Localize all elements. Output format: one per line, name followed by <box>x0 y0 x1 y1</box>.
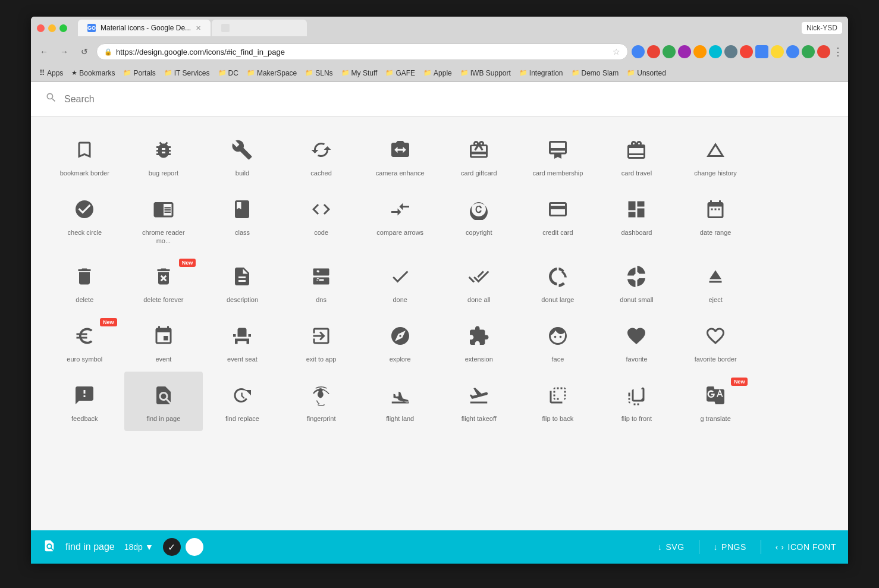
icon-item-find-in-page[interactable]: find in page <box>124 372 203 431</box>
icon-item-feedback[interactable]: feedback <box>45 372 124 431</box>
icon-label-card-travel: card travel <box>621 169 652 177</box>
icon-item-credit-card[interactable]: credit card <box>519 185 598 253</box>
icon-item-extension[interactable]: extension <box>440 312 519 372</box>
icon-item-flight-takeoff[interactable]: flight takeoff <box>440 372 519 431</box>
icon-item-compare-arrows[interactable]: compare arrows <box>360 185 440 253</box>
search-input[interactable] <box>64 94 834 105</box>
icon-item-done-all[interactable]: done all <box>440 253 519 312</box>
new-tab[interactable] <box>212 20 307 36</box>
minimize-button[interactable] <box>48 24 56 32</box>
icon-item-check-circle[interactable]: check circle <box>45 185 124 253</box>
icon-item-done[interactable]: done <box>360 253 440 312</box>
download-icon-font-button[interactable]: ‹ › ICON FONT <box>776 542 836 552</box>
icon-item-dns[interactable]: dns <box>282 253 361 312</box>
size-selector[interactable]: 18dp ▼ <box>124 542 153 552</box>
icon-item-spacer1[interactable] <box>755 126 834 185</box>
icon-svg-flight-takeoff <box>464 381 493 410</box>
bookmarks-portals[interactable]: 📁 Portals <box>120 68 159 78</box>
bookmarks-it-services[interactable]: 📁 IT Services <box>161 68 214 78</box>
bookmarks-integration[interactable]: 📁 Integration <box>516 68 567 78</box>
icon-item-euro-symbol[interactable]: Neweuro symbol <box>45 312 124 372</box>
icon-item-favorite-border[interactable]: favorite border <box>676 312 755 372</box>
icon-item-build[interactable]: build <box>203 126 282 185</box>
address-bar[interactable]: 🔒 https://design.google.com/icons/#ic_fi… <box>96 43 628 60</box>
extension-icon-12[interactable] <box>802 45 815 58</box>
maximize-button[interactable] <box>59 24 67 32</box>
bookmarks-demo-slam[interactable]: 📁 Demo Slam <box>568 68 623 78</box>
bookmarks-iwb-support[interactable]: 📁 IWB Support <box>457 68 514 78</box>
icon-item-dashboard[interactable]: dashboard <box>597 185 676 253</box>
icon-item-code[interactable]: code <box>282 185 361 253</box>
extension-icon-4[interactable] <box>678 45 691 58</box>
extension-icon-3[interactable] <box>663 45 676 58</box>
bookmark-star-icon[interactable]: ☆ <box>613 47 620 56</box>
icon-item-chrome-reader-mode[interactable]: chrome reader mo... <box>124 185 203 253</box>
icon-item-camera-enhance[interactable]: camera enhance <box>360 126 440 185</box>
icon-item-date-range[interactable]: date range <box>676 185 755 253</box>
icon-item-spacer4[interactable] <box>755 312 834 372</box>
icon-item-exit-to-app[interactable]: exit to app <box>282 312 361 372</box>
extension-icon-10[interactable] <box>771 45 784 58</box>
back-nav-button[interactable]: ← <box>36 43 52 60</box>
extension-icon-1[interactable] <box>632 45 645 58</box>
icon-item-g-translate[interactable]: Newg translate <box>676 372 755 431</box>
extension-icon-8[interactable] <box>740 45 753 58</box>
icon-item-favorite[interactable]: favorite <box>597 312 676 372</box>
dark-theme-check[interactable]: ✓ <box>163 538 181 556</box>
icon-item-bookmark-border[interactable]: bookmark border <box>45 126 124 185</box>
icon-item-flip-to-front[interactable]: flip to front <box>597 372 676 431</box>
icon-item-card-membership[interactable]: card membership <box>519 126 598 185</box>
bookmarks-my-stuff[interactable]: 📁 My Stuff <box>338 68 381 78</box>
icon-item-donut-small[interactable]: donut small <box>597 253 676 312</box>
icon-item-flight-land[interactable]: flight land <box>360 372 440 431</box>
download-svg-button[interactable]: ↓ SVG <box>658 542 685 552</box>
extension-icon-2[interactable] <box>647 45 660 58</box>
icon-item-face[interactable]: face <box>519 312 598 372</box>
icon-item-explore[interactable]: explore <box>360 312 440 372</box>
icon-item-description[interactable]: description <box>203 253 282 312</box>
bookmarks-apple[interactable]: 📁 Apple <box>420 68 456 78</box>
download-pngs-button[interactable]: ↓ PNGS <box>714 542 746 552</box>
extension-icon-5[interactable] <box>693 45 707 58</box>
icon-item-eject[interactable]: eject <box>676 253 755 312</box>
icon-item-change-history[interactable]: change history <box>676 126 755 185</box>
selected-icon-preview <box>43 539 56 555</box>
bookmarks-makerspace[interactable]: 📁 MakerSpace <box>243 68 300 78</box>
light-theme-circle[interactable] <box>186 538 203 556</box>
icon-item-donut-large[interactable]: donut large <box>519 253 598 312</box>
extension-icon-9[interactable] <box>755 45 768 58</box>
icon-item-card-giftcard[interactable]: card giftcard <box>440 126 519 185</box>
icon-item-event-seat[interactable]: event seat <box>203 312 282 372</box>
theme-toggle[interactable]: ✓ <box>163 538 203 556</box>
icon-item-spacer3[interactable] <box>755 253 834 312</box>
forward-nav-button[interactable]: → <box>56 43 73 60</box>
icon-item-cached[interactable]: cached <box>282 126 361 185</box>
icon-item-spacer2[interactable] <box>755 185 834 253</box>
extension-icon-7[interactable] <box>724 45 737 58</box>
bookmarks-dc[interactable]: 📁 DC <box>215 68 242 78</box>
icon-label-done-all: done all <box>467 295 491 304</box>
icon-item-find-replace[interactable]: find replace <box>203 372 282 431</box>
icon-item-flip-to-back[interactable]: flip to back <box>519 372 598 431</box>
icon-item-fingerprint[interactable]: fingerprint <box>282 372 361 431</box>
icon-item-card-travel[interactable]: card travel <box>597 126 676 185</box>
tab-close-button[interactable]: ✕ <box>196 24 201 32</box>
bookmarks-bookmarks[interactable]: ★ Bookmarks <box>68 68 118 78</box>
bookmarks-apps[interactable]: ⠿ Apps <box>36 67 67 78</box>
extension-icon-6[interactable] <box>709 45 722 58</box>
icon-item-class[interactable]: class <box>203 185 282 253</box>
icon-item-bug-report[interactable]: bug report <box>124 126 203 185</box>
bookmarks-unsorted[interactable]: 📁 Unsorted <box>623 68 670 78</box>
icon-item-delete[interactable]: delete <box>45 253 124 312</box>
icon-item-event[interactable]: event <box>124 312 203 372</box>
bookmarks-slns[interactable]: 📁 SLNs <box>302 68 336 78</box>
refresh-button[interactable]: ↺ <box>76 43 93 60</box>
bookmarks-gafe[interactable]: 📁 GAFE <box>382 68 419 78</box>
extension-icon-13[interactable] <box>817 45 830 58</box>
extension-icon-11[interactable] <box>786 45 799 58</box>
icon-item-delete-forever[interactable]: Newdelete forever <box>124 253 203 312</box>
icon-item-copyright[interactable]: copyright <box>440 185 519 253</box>
menu-icon[interactable]: ⋮ <box>833 45 843 58</box>
active-tab[interactable]: GO Material icons - Google De... ✕ <box>78 20 211 36</box>
close-button[interactable] <box>37 24 45 32</box>
